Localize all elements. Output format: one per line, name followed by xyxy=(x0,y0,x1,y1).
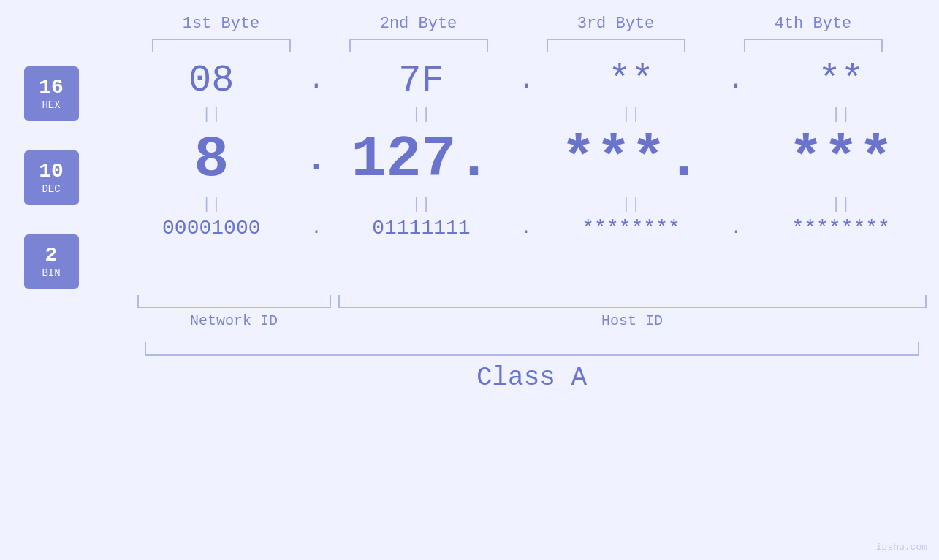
main-container: 1st Byte 2nd Byte 3rd Byte 4th Byte 16 H… xyxy=(0,0,939,560)
eq-4: || xyxy=(757,105,925,123)
hex-val-1: 08 xyxy=(127,59,295,102)
hex-num: 16 xyxy=(39,77,64,99)
dot-hex-3: . xyxy=(725,66,747,96)
eq2-2: || xyxy=(337,196,505,214)
class-label: Class A xyxy=(145,363,919,393)
dot-hex-1: . xyxy=(305,66,327,96)
dot-bin-2: . xyxy=(515,218,537,238)
byte-header-2: 2nd Byte xyxy=(335,15,503,33)
equals-row-2: || || || || xyxy=(123,193,930,217)
eq-2: || xyxy=(337,105,505,123)
hex-name: HEX xyxy=(42,99,60,111)
full-bottom-bracket xyxy=(145,342,919,356)
bin-val-1: 00001000 xyxy=(127,217,295,239)
bracket-2 xyxy=(349,39,488,52)
dot-bin-3: . xyxy=(725,218,747,238)
bin-val-3: ******** xyxy=(547,217,715,239)
equals-row-1: || || || || xyxy=(123,102,930,126)
data-rows: 08 . 7F . ** . ** || || || || 8 . xyxy=(123,59,930,239)
hex-row: 08 . 7F . ** . ** xyxy=(123,59,930,102)
hex-val-2: 7F xyxy=(337,59,505,102)
network-id-label: Network ID xyxy=(137,312,331,329)
bin-name: BIN xyxy=(42,267,60,279)
dot-dec-1: . xyxy=(305,138,327,181)
bracket-4 xyxy=(744,39,883,52)
watermark: ipshu.com xyxy=(876,542,927,553)
byte-header-4: 4th Byte xyxy=(729,15,897,33)
dec-val-1: 8 xyxy=(127,126,295,193)
hex-val-3: ** xyxy=(547,59,715,102)
dec-val-3: ***. xyxy=(547,126,715,193)
eq2-1: || xyxy=(127,196,295,214)
bracket-3 xyxy=(547,39,685,52)
top-brackets xyxy=(123,39,912,52)
eq-3: || xyxy=(547,105,715,123)
dot-bin-1: . xyxy=(305,218,327,238)
hex-val-4: ** xyxy=(757,59,925,102)
network-id-bracket xyxy=(137,295,331,308)
bracket-1 xyxy=(152,39,291,52)
dec-name: DEC xyxy=(42,183,60,195)
byte-header-3: 3rd Byte xyxy=(532,15,700,33)
dec-val-4: *** xyxy=(757,126,925,193)
bottom-brackets xyxy=(137,295,927,308)
eq2-3: || xyxy=(547,196,715,214)
dec-badge: 10 DEC xyxy=(24,150,79,205)
bin-num: 2 xyxy=(45,245,58,267)
main-data-area: 16 HEX 10 DEC 2 BIN 08 . 7F . ** . ** xyxy=(24,59,930,289)
dec-num: 10 xyxy=(39,161,64,183)
dec-val-2: 127. xyxy=(337,126,505,193)
byte-headers-row: 1st Byte 2nd Byte 3rd Byte 4th Byte xyxy=(123,15,912,33)
full-bottom-bracket-area xyxy=(145,342,919,356)
eq-1: || xyxy=(127,105,295,123)
bin-badge: 2 BIN xyxy=(24,234,79,289)
base-labels: 16 HEX 10 DEC 2 BIN xyxy=(24,66,79,289)
bin-val-2: 01111111 xyxy=(337,217,505,239)
hex-badge: 16 HEX xyxy=(24,66,79,121)
bin-val-4: ******** xyxy=(757,217,925,239)
bottom-bracket-area: Network ID Host ID xyxy=(137,295,927,329)
bin-row: 00001000 . 01111111 . ******** . *******… xyxy=(123,217,930,239)
dot-hex-2: . xyxy=(515,66,537,96)
host-id-bracket xyxy=(338,295,927,308)
dec-row: 8 . 127. ***. *** xyxy=(123,126,930,193)
byte-header-1: 1st Byte xyxy=(137,15,305,33)
eq2-4: || xyxy=(757,196,925,214)
bottom-labels: Network ID Host ID xyxy=(137,312,927,329)
host-id-label: Host ID xyxy=(338,312,927,329)
